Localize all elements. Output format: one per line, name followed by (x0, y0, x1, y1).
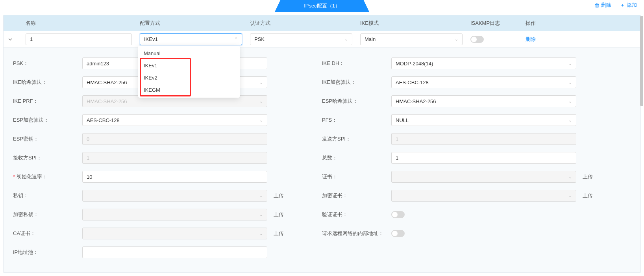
pfs-label: PFS： (322, 117, 391, 124)
priv-key-upload[interactable]: 上传 (274, 192, 284, 199)
esp-enc-label: ESP加密算法： (13, 117, 82, 124)
psk-label: PSK： (13, 60, 82, 67)
enc-priv-key-select: ⌄ (82, 209, 267, 220)
ike-dh-select[interactable]: MODP-2048(14) ⌄ (391, 57, 576, 69)
verify-cert-switch[interactable] (391, 211, 405, 218)
dropdown-option-ikev2[interactable]: IKEv2 (138, 72, 240, 84)
send-spi-label: 发送方SPI： (322, 135, 391, 143)
add-action[interactable]: ＋ 添加 (620, 2, 637, 9)
psk-value: admin123 (87, 61, 109, 67)
page-scrollbar[interactable] (640, 16, 643, 272)
ip-pool-input[interactable] (82, 246, 267, 258)
cert-label: 证书： (322, 173, 391, 180)
col-header-name: 名称 (22, 20, 136, 27)
enc-cert-label: 加密证书： (322, 192, 391, 199)
esp-key-value: 0 (87, 136, 89, 142)
ike-enc-select[interactable]: AES-CBC-128 ⌄ (391, 76, 576, 88)
ike-enc-label: IKE加密算法： (322, 79, 391, 86)
chevron-down-icon: ⌄ (568, 61, 572, 66)
isakmp-log-switch[interactable] (470, 36, 484, 43)
config-mode-dropdown: Manual IKEv1 IKEv2 IKEGM (138, 46, 240, 98)
pfs-value: NULL (396, 117, 409, 123)
total-label: 总数： (322, 154, 391, 161)
ike-prf-value: HMAC-SHA2-256 (87, 98, 127, 104)
col-header-auth-mode: 认证方式 (246, 20, 356, 27)
cert-upload[interactable]: 上传 (583, 173, 593, 180)
chevron-down-icon: ⌄ (344, 37, 348, 42)
chevron-down-icon: ⌄ (568, 118, 572, 123)
ike-mode-select[interactable]: Main ⌄ (360, 33, 463, 45)
name-input-value: 1 (30, 36, 33, 42)
name-input[interactable]: 1 (26, 33, 132, 45)
chevron-down-icon: ⌄ (259, 99, 263, 104)
req-remote-label: 请求远程网络的内部地址： (322, 230, 391, 237)
top-actions: 🗑 删除 ＋ 添加 (594, 2, 637, 9)
ca-cert-select: ⌄ (82, 228, 267, 239)
col-header-operation: 操作 (522, 20, 640, 27)
col-header-ike-mode: IKE模式 (356, 20, 466, 27)
priv-key-select: ⌄ (82, 190, 267, 202)
cert-select: ⌄ (391, 171, 576, 183)
init-rate-input[interactable]: 10 (82, 171, 267, 183)
total-value: 1 (396, 155, 398, 161)
init-rate-value: 10 (87, 174, 92, 180)
chevron-down-icon: ⌄ (259, 212, 263, 217)
ike-dh-value: MODP-2048(14) (396, 61, 433, 67)
pfs-select[interactable]: NULL ⌄ (391, 114, 576, 126)
req-remote-switch[interactable] (391, 230, 405, 237)
total-input[interactable]: 1 (391, 152, 576, 164)
detail-right-column: IKE DH： MODP-2048(14) ⌄ IKE加密算法： AES-CBC… (322, 54, 631, 262)
chevron-down-icon: ⌄ (568, 174, 572, 180)
table-row: 1 IKEv1 ⌃ PSK ⌄ Main ⌄ 删除 (4, 31, 640, 48)
dropdown-option-manual[interactable]: Manual (138, 47, 240, 59)
col-header-config-mode: 配置方式 (136, 20, 246, 27)
ike-dh-label: IKE DH： (322, 60, 391, 67)
ca-cert-label: CA证书： (13, 230, 82, 237)
chevron-down-icon: ⌄ (568, 99, 572, 104)
page-tab-label: IPsec配置（1） (304, 3, 340, 9)
chevron-down-icon: ⌄ (568, 80, 572, 85)
add-action-label: 添加 (627, 2, 637, 9)
top-bar: IPsec配置（1） 🗑 删除 ＋ 添加 (0, 0, 644, 12)
esp-hash-label: ESP哈希算法： (322, 98, 391, 105)
chevron-down-icon: ⌄ (259, 231, 263, 236)
scroll-thumb[interactable] (640, 16, 643, 106)
dropdown-option-ikev1[interactable]: IKEv1 (138, 59, 240, 72)
config-mode-value: IKEv1 (144, 36, 158, 42)
auth-mode-value: PSK (254, 36, 265, 42)
ike-hash-label: IKE哈希算法： (13, 79, 82, 86)
chevron-down-icon: ⌄ (259, 118, 263, 123)
init-rate-label: *初始化速率： (13, 173, 82, 180)
expand-toggle[interactable] (7, 37, 13, 42)
esp-key-label: ESP密钥： (13, 135, 82, 143)
auth-mode-select[interactable]: PSK ⌄ (250, 33, 352, 45)
enc-priv-key-label: 加密私钥： (13, 211, 82, 218)
ike-hash-value: HMAC-SHA2-256 (87, 80, 127, 85)
esp-hash-select[interactable]: HMAC-SHA2-256 ⌄ (391, 95, 576, 107)
enc-priv-key-upload[interactable]: 上传 (274, 211, 284, 218)
delete-action-label: 删除 (601, 2, 611, 9)
delete-action[interactable]: 🗑 删除 (594, 2, 611, 9)
chevron-down-icon: ⌄ (455, 37, 458, 42)
send-spi-value: 1 (396, 136, 398, 142)
recv-spi-label: 接收方SPI： (13, 154, 82, 161)
ike-prf-label: IKE PRF： (13, 98, 82, 105)
ipsec-table: 名称 配置方式 认证方式 IKE模式 ISAKMP日志 操作 1 IKEv1 ⌃… (3, 15, 641, 273)
priv-key-label: 私钥： (13, 192, 82, 199)
esp-key-input: 0 (82, 133, 267, 145)
detail-panel: PSK： admin123 IKE哈希算法： HMAC-SHA2-256 ⌄ (4, 48, 640, 272)
row-delete-link[interactable]: 删除 (526, 36, 536, 43)
dropdown-option-ikegm[interactable]: IKEGM (138, 84, 240, 96)
recv-spi-input: 1 (82, 152, 267, 164)
esp-enc-value: AES-CBC-128 (87, 117, 120, 123)
esp-hash-value: HMAC-SHA2-256 (396, 98, 436, 104)
enc-cert-select: ⌄ (391, 190, 576, 202)
enc-cert-upload[interactable]: 上传 (583, 192, 593, 199)
page-tab-ipsec[interactable]: IPsec配置（1） (275, 0, 369, 12)
col-header-isakmp-log: ISAKMP日志 (466, 20, 522, 27)
chevron-down-icon: ⌄ (259, 193, 263, 198)
esp-enc-select[interactable]: AES-CBC-128 ⌄ (82, 114, 267, 126)
ca-cert-upload[interactable]: 上传 (274, 230, 284, 237)
send-spi-input: 1 (391, 133, 576, 145)
config-mode-select[interactable]: IKEv1 ⌃ (140, 33, 242, 45)
